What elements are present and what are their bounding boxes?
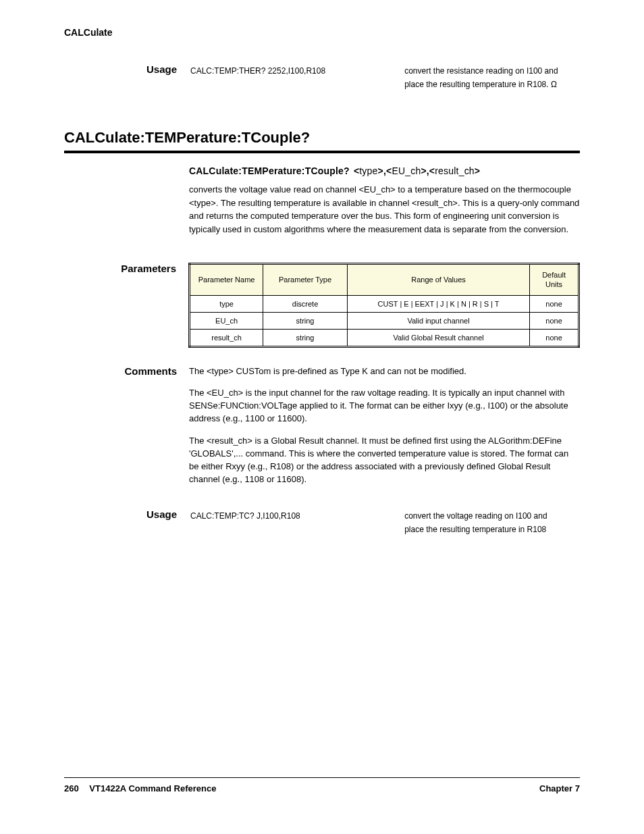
doc-title: VT1422A Command Reference — [89, 783, 216, 793]
usage-label-top: Usage — [64, 63, 182, 92]
usage-example-top: CALC:TEMP:THER? 2252,I100,R108 convert t… — [189, 63, 580, 92]
usage-comment-2: place the resulting temperature in R108.… — [404, 78, 557, 90]
usage-comment-b2: place the resulting temperature in R108 — [404, 523, 579, 536]
comment-2: The <EU_ch> is the input channel for the… — [189, 387, 580, 425]
page-number: 260 — [64, 783, 79, 793]
command-syntax: CALCulate:TEMPerature:TCouple? <type>,<E… — [189, 165, 580, 176]
parameters-label: Parameters — [64, 263, 182, 274]
page-footer: 260 VT1422A Command Reference Chapter 7 — [64, 777, 580, 793]
th-range: Range of Values — [347, 264, 529, 296]
usage-example-bottom: CALC:TEMP:TC? J,I100,R108 convert the vo… — [189, 509, 580, 537]
table-row: EU_ch string Valid input channel none — [190, 312, 579, 329]
section-heading: CALCulate:TEMPerature:TCouple? — [64, 129, 580, 147]
usage-code: CALC:TEMP:THER? 2252,I100,R108 — [190, 65, 403, 77]
th-type: Parameter Type — [263, 264, 348, 296]
usage-comment-b1: convert the voltage reading on I100 and — [404, 510, 579, 522]
command-description: converts the voltage value read on chann… — [189, 183, 580, 236]
usage-code-b: CALC:TEMP:TC? J,I100,R108 — [190, 510, 403, 522]
th-name: Parameter Name — [190, 264, 263, 296]
comment-3: The <result_ch> is a Global Result chann… — [189, 435, 580, 486]
running-header: CALCulate — [64, 27, 580, 38]
comments-label: Comments — [64, 365, 182, 377]
usage-comment-1: convert the resistance reading on I100 a… — [404, 65, 579, 77]
th-units: Default Units — [530, 264, 579, 296]
usage-label-bottom: Usage — [64, 509, 182, 537]
table-row: type discrete CUST | E | EEXT | J | K | … — [190, 295, 579, 312]
parameters-table: Parameter Name Parameter Type Range of V… — [188, 263, 580, 348]
table-row: result_ch string Valid Global Result cha… — [190, 329, 579, 346]
chapter-label: Chapter 7 — [539, 783, 580, 793]
comment-1: The <type> CUSTom is pre-defined as Type… — [189, 365, 580, 378]
